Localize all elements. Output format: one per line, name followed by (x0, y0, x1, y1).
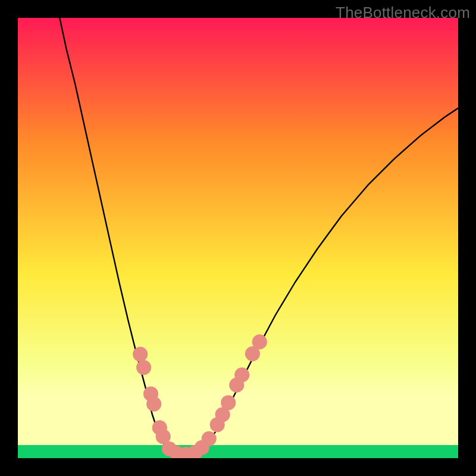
marker-dot (221, 395, 236, 410)
marker-dot (133, 347, 148, 362)
marker-dot (146, 396, 161, 411)
chart-svg (18, 18, 458, 458)
marker-dot (202, 431, 217, 446)
watermark-text: TheBottleneck.com (336, 4, 470, 22)
chart-container: TheBottleneck.com (0, 0, 476, 476)
marker-dot (252, 334, 267, 349)
plot-area (18, 18, 458, 458)
marker-dot (234, 368, 249, 383)
marker-dot (136, 360, 151, 375)
